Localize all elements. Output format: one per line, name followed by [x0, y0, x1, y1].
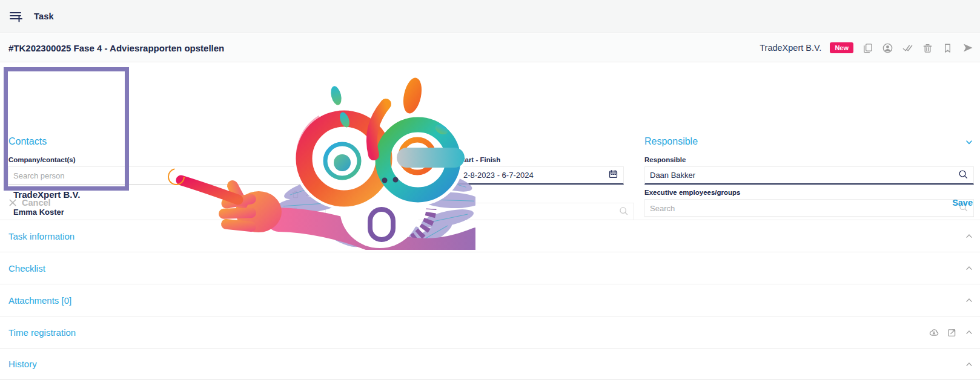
contact-row-actions: [291, 189, 313, 199]
search-icon: [302, 169, 312, 182]
start-finish-input[interactable]: [463, 171, 608, 180]
cloud-download-icon[interactable]: [929, 327, 939, 338]
company-contacts-label: Company/contact(s): [8, 157, 76, 164]
contact-item-person[interactable]: Emma Koster: [13, 208, 64, 216]
responsible-label: Responsible: [644, 157, 686, 164]
cancel-button[interactable]: Cancel: [8, 198, 51, 208]
remove-contact-icon[interactable]: [291, 206, 300, 216]
section-label: Time registration: [8, 327, 76, 338]
linked-item-search-input[interactable]: [331, 208, 618, 217]
chevron-up-icon[interactable]: [964, 263, 974, 273]
section-task-information[interactable]: Task information: [0, 220, 980, 252]
start-finish-field: [458, 166, 624, 185]
linked-item-field: [325, 203, 634, 221]
contacts-section-title: Contacts: [8, 137, 47, 146]
executive-search-field: [644, 199, 974, 217]
section-attachments[interactable]: Attachments [0]: [0, 284, 980, 316]
trash-icon[interactable]: [922, 42, 933, 54]
collapse-contact-icon[interactable]: [304, 190, 313, 199]
accordion-list: Task information Checklist Attachments […: [0, 220, 980, 380]
search-person-input[interactable]: [13, 171, 302, 180]
estimated-time-input[interactable]: [331, 171, 435, 180]
executive-search-input[interactable]: [650, 204, 958, 213]
search-icon: [958, 169, 968, 182]
cancel-label: Cancel: [22, 198, 51, 208]
responsible-section-title: Responsible: [644, 137, 698, 146]
status-badge: New: [830, 42, 853, 53]
planning-section-title: Planning: [325, 137, 363, 146]
copy-icon[interactable]: [862, 42, 873, 54]
account-icon[interactable]: [882, 42, 893, 54]
start-finish-label: Start - Finish: [458, 157, 500, 164]
section-label: History: [8, 359, 37, 369]
search-icon: [618, 206, 629, 218]
save-button[interactable]: Save: [952, 198, 973, 208]
task-title: #TK202300025 Fase 4 - Adviesrapporten op…: [8, 43, 224, 53]
title-bar-actions: TradeXpert B.V. New: [760, 42, 974, 54]
chevron-up-icon[interactable]: [964, 231, 974, 241]
section-chevron-down-icon[interactable]: [964, 137, 974, 147]
chevron-up-icon[interactable]: [964, 327, 974, 337]
section-label: Attachments [0]: [8, 295, 71, 306]
responsible-field: [644, 166, 974, 185]
estimated-time-label: Estimated time (in hours): [325, 157, 409, 164]
chevron-up-icon[interactable]: [964, 359, 974, 369]
company-name: TradeXpert B.V.: [760, 43, 821, 53]
page-title: Task: [34, 11, 54, 21]
top-app-bar: Task: [0, 0, 980, 33]
section-label: Checklist: [8, 263, 45, 273]
search-person-field: [8, 166, 317, 185]
executive-label: Executive employees/groups: [644, 189, 741, 197]
responsible-input[interactable]: [650, 171, 958, 180]
collapse-contact-icon[interactable]: [304, 207, 313, 216]
section-time-registration[interactable]: Time registration: [0, 316, 980, 348]
double-check-icon[interactable]: [902, 42, 913, 54]
close-icon: [8, 198, 17, 207]
section-checklist[interactable]: Checklist: [0, 252, 980, 284]
chevron-up-icon[interactable]: [964, 295, 974, 305]
remove-contact-icon[interactable]: [291, 189, 300, 199]
open-external-icon[interactable]: [947, 327, 957, 338]
task-detail-page: Task #TK202300025 Fase 4 - Adviesrapport…: [0, 0, 980, 383]
task-title-bar: #TK202300025 Fase 4 - Adviesrapporten op…: [0, 34, 980, 62]
section-history[interactable]: History: [0, 348, 980, 380]
contact-row-actions: [291, 206, 313, 216]
add-task-menu-icon[interactable]: [8, 9, 23, 24]
calendar-icon[interactable]: [608, 169, 618, 182]
section-label: Task information: [8, 231, 74, 241]
estimated-time-field: [325, 166, 440, 185]
bookmark-icon[interactable]: [942, 42, 953, 54]
task-edit-fields: Contacts Company/contact(s) TradeXpert B…: [0, 62, 980, 220]
send-icon[interactable]: [962, 42, 974, 54]
